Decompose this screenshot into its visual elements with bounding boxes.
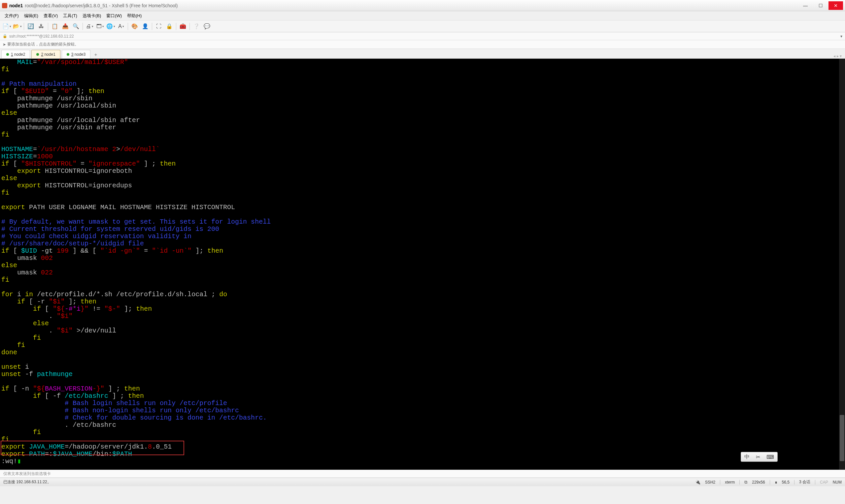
menu-bar: 文件(F) 编辑(E) 查看(V) 工具(T) 选项卡(B) 窗口(W) 帮助(… <box>0 11 845 20</box>
helper-arrow-icon[interactable]: ➤ <box>3 42 6 47</box>
helper-bar: ➤ 要添加当前会话，点击左侧的箭头按钮。 <box>0 40 845 49</box>
window-title: node1 <box>9 3 23 8</box>
status-sessions: 3 会话 <box>799 479 810 485</box>
chat-button[interactable]: 💬 <box>203 22 212 31</box>
status-dot-icon <box>67 53 69 56</box>
menu-tabs[interactable]: 选项卡(B) <box>80 12 104 20</box>
status-size: 229x56 <box>752 480 765 485</box>
maximize-button[interactable]: ☐ <box>813 1 828 10</box>
status-ssh: SSH2 <box>705 480 715 485</box>
status-connection: 已连接 192.168.63.11:22。 <box>3 479 51 485</box>
terminal[interactable]: MAIL="/var/spool/mail/$USER"fi # Path ma… <box>0 59 845 470</box>
status-dot-icon <box>6 53 9 56</box>
ssh-icon: 🔌 <box>695 480 700 485</box>
ime-tool-icon[interactable]: ✂ <box>756 454 760 460</box>
open-button[interactable]: 📂 <box>13 22 22 31</box>
address-bar[interactable]: 🔒 ssh://root:********@192.168.63.11:22 ▾ <box>0 32 845 40</box>
copy-button[interactable]: 📋 <box>50 22 59 31</box>
ime-widget[interactable]: 中 ✂ ⌨ <box>741 452 778 462</box>
lock-icon: 🔒 <box>3 34 7 38</box>
properties-button[interactable]: 🗔 <box>95 22 105 31</box>
bottom-hint-text: 仅将文本发送到当前选项卡 <box>3 471 51 476</box>
status-cursor: 56,5 <box>782 480 790 485</box>
toolbox-button[interactable]: 🧰 <box>178 22 188 31</box>
color-button[interactable]: 🎨 <box>130 22 139 31</box>
minimize-button[interactable]: — <box>798 1 813 10</box>
font-button[interactable]: A <box>117 22 126 31</box>
terminal-scrollbar[interactable] <box>839 59 845 470</box>
fullscreen-button[interactable]: ⛶ <box>154 22 163 31</box>
disconnect-button[interactable]: 🖧 <box>37 22 46 31</box>
menu-help[interactable]: 帮助(H) <box>124 12 144 20</box>
new-tab-button[interactable]: ＋ <box>92 51 100 58</box>
size-icon: ⧉ <box>744 480 747 485</box>
cursor-icon: ∎ <box>775 480 777 485</box>
bottom-hint: 仅将文本发送到当前选项卡 <box>0 470 845 478</box>
tab-menu-icon[interactable]: ◂ ▸ ▾ <box>833 54 842 58</box>
status-dot-icon <box>36 53 39 56</box>
status-cap: CAP <box>820 480 828 485</box>
ime-mode[interactable]: 中 <box>744 453 750 461</box>
ime-keyboard-icon[interactable]: ⌨ <box>767 454 774 460</box>
tab-node2[interactable]: 1 node2 <box>1 50 30 58</box>
menu-tools[interactable]: 工具(T) <box>60 12 80 20</box>
status-term: xterm <box>725 480 735 485</box>
lang-button[interactable]: 🌐 <box>106 22 115 31</box>
tab-node1[interactable]: 2 node1 <box>31 50 60 58</box>
status-bar: 已连接 192.168.63.11:22。 🔌 SSH2 xterm ⧉ 229… <box>0 478 845 486</box>
lock-button[interactable]: 🔒 <box>165 22 174 31</box>
menu-window[interactable]: 窗口(W) <box>104 12 124 20</box>
address-text: ssh://root:********@192.168.63.11:22 <box>9 34 74 39</box>
help-button[interactable]: ❔ <box>192 22 201 31</box>
find-button[interactable]: 🔍 <box>71 22 81 31</box>
app-icon <box>2 3 7 8</box>
helper-text: 要添加当前会话，点击左侧的箭头按钮。 <box>7 41 78 47</box>
reconnect-button[interactable]: 🔄 <box>26 22 35 31</box>
close-button[interactable]: ✕ <box>828 1 843 10</box>
menu-file[interactable]: 文件(F) <box>2 12 21 20</box>
menu-edit[interactable]: 编辑(E) <box>21 12 41 20</box>
address-dropdown-icon[interactable]: ▾ <box>840 34 842 39</box>
title-bar: node1 root@node1:/hadoop/server/jdk1.8.0… <box>0 0 845 11</box>
new-session-button[interactable]: 📄 <box>2 22 11 31</box>
toolbar: 📄 📂 🔄 🖧 📋 📥 🔍 🖨 🗔 🌐 A 🎨 👤 ⛶ 🔒 🧰 ❔ 💬 <box>0 20 845 32</box>
session-tabs: 1 node2 2 node1 3 node3 ＋ ◂ ▸ ▾ <box>0 49 845 59</box>
user-button[interactable]: 👤 <box>141 22 150 31</box>
menu-view[interactable]: 查看(V) <box>41 12 60 20</box>
tab-node3[interactable]: 3 node3 <box>62 50 90 58</box>
paste-button[interactable]: 📥 <box>61 22 70 31</box>
print-button[interactable]: 🖨 <box>85 22 94 31</box>
window-subtitle: root@node1:/hadoop/server/jdk1.8.0_51 - … <box>25 3 178 8</box>
status-num: NUM <box>833 480 842 485</box>
